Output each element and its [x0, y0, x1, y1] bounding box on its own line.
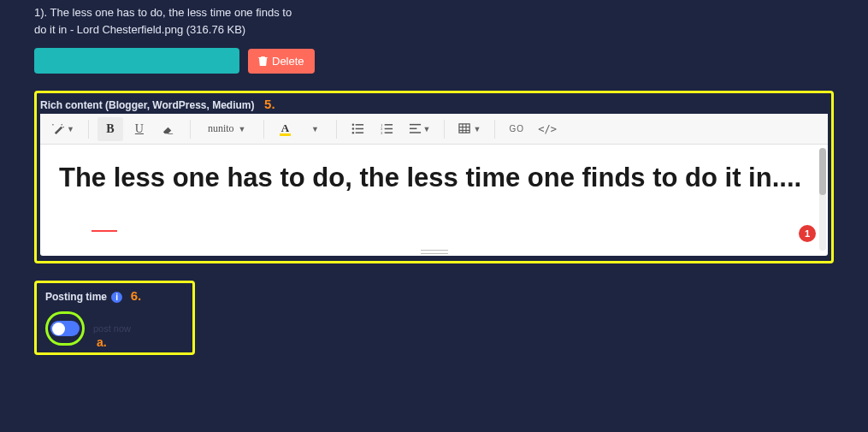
post-now-label: post now — [93, 323, 131, 334]
posting-time-label: Posting time i — [45, 291, 122, 303]
editor-content[interactable]: The less one has to do, the less time on… — [59, 160, 809, 196]
annotation-5: 5. — [264, 97, 275, 111]
scrollbar[interactable] — [819, 148, 826, 251]
svg-rect-12 — [409, 124, 420, 126]
separator — [263, 120, 264, 139]
svg-rect-11 — [385, 132, 393, 133]
svg-rect-3 — [356, 128, 363, 130]
text-color-caret[interactable]: ▼ — [302, 117, 328, 141]
table-icon — [458, 122, 471, 135]
annotation-circle — [45, 311, 85, 346]
text-color-button[interactable]: A — [273, 117, 298, 141]
svg-rect-7 — [385, 124, 393, 126]
svg-rect-13 — [409, 128, 416, 130]
svg-point-2 — [352, 127, 354, 129]
magic-wand-button[interactable]: ▼ — [47, 117, 80, 141]
file-info: 1). The less one has to do, the less tim… — [34, 4, 299, 38]
color-letter: A — [280, 122, 291, 136]
caret-icon: ▼ — [423, 125, 431, 133]
underline-button[interactable]: U — [127, 117, 152, 141]
annotation-6: 6. — [131, 288, 142, 303]
editor-body[interactable]: The less one has to do, the less time on… — [40, 145, 828, 256]
resize-handle[interactable] — [421, 250, 448, 254]
svg-text:3: 3 — [381, 131, 383, 135]
trash-icon — [258, 56, 268, 67]
svg-rect-1 — [356, 124, 363, 126]
caret-icon: ▼ — [239, 125, 246, 133]
bold-button[interactable]: B — [97, 117, 123, 141]
file-preview-bar[interactable] — [34, 48, 239, 74]
annotation-a: a. — [97, 335, 107, 349]
spellcheck-underline — [92, 230, 117, 232]
editor-toolbar: ▼ B U nunito ▼ A ▼ — [40, 114, 828, 145]
file-size: (316.76 KB) — [186, 23, 245, 36]
code-label: </> — [538, 123, 557, 135]
caret-icon: ▼ — [311, 125, 319, 133]
ol-icon: 123 — [381, 122, 393, 135]
font-name-label: nunito — [208, 122, 234, 135]
wand-icon — [52, 122, 65, 135]
posting-label-text: Posting time — [45, 291, 107, 303]
post-now-toggle[interactable] — [50, 321, 80, 336]
posting-time-block: Posting time i 6. post now a. — [34, 281, 195, 355]
separator — [494, 120, 495, 139]
caret-icon: ▼ — [67, 125, 74, 133]
separator — [190, 120, 191, 139]
svg-rect-15 — [459, 124, 469, 133]
editor-label: Rich content (Blogger, WordPress, Medium… — [40, 99, 254, 111]
svg-rect-5 — [356, 132, 363, 133]
delete-button[interactable]: Delete — [248, 49, 315, 74]
paragraph-align-button[interactable]: ▼ — [404, 117, 436, 141]
svg-rect-14 — [409, 132, 420, 133]
svg-rect-9 — [385, 128, 393, 130]
separator — [444, 120, 445, 139]
toggle-knob — [52, 323, 65, 335]
table-button[interactable]: ▼ — [453, 117, 486, 141]
scroll-thumb[interactable] — [819, 148, 826, 195]
unordered-list-button[interactable] — [345, 117, 371, 141]
ordered-list-button[interactable]: 123 — [375, 117, 400, 141]
file-name: The less one has to do, the less time on… — [34, 6, 292, 36]
separator — [336, 120, 337, 139]
font-family-select[interactable]: nunito ▼ — [199, 117, 255, 141]
caret-icon: ▼ — [473, 125, 481, 133]
go-label: GO — [510, 124, 525, 133]
svg-point-0 — [352, 124, 354, 126]
file-item-number: 1). — [34, 6, 47, 19]
clear-format-button[interactable] — [156, 117, 181, 141]
separator — [88, 120, 89, 139]
editor-frame: ▼ B U nunito ▼ A ▼ — [40, 114, 828, 256]
rich-content-editor-block: Rich content (Blogger, WordPress, Medium… — [34, 91, 834, 263]
info-icon[interactable]: i — [111, 292, 122, 303]
svg-point-4 — [352, 132, 354, 133]
eraser-icon — [162, 122, 174, 135]
delete-label: Delete — [272, 55, 304, 68]
notification-badge[interactable]: 1 — [799, 225, 816, 242]
ul-icon — [351, 122, 364, 135]
link-button[interactable]: GO — [504, 117, 529, 141]
code-view-button[interactable]: </> — [533, 117, 562, 141]
align-icon — [409, 122, 422, 135]
